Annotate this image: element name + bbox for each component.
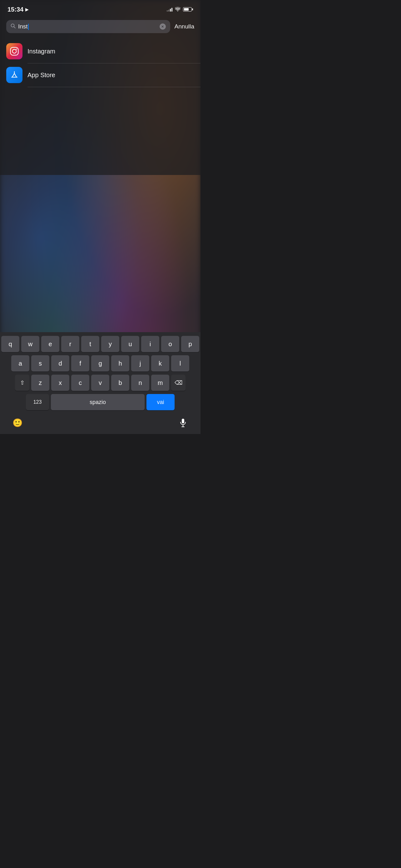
microphone-button[interactable] bbox=[176, 416, 190, 430]
key-f[interactable]: f bbox=[71, 355, 89, 372]
key-b[interactable]: b bbox=[111, 375, 129, 391]
svg-point-3 bbox=[12, 50, 16, 54]
search-query-text: Inst bbox=[18, 23, 28, 30]
key-g[interactable]: g bbox=[91, 355, 109, 372]
key-z[interactable]: z bbox=[31, 375, 49, 391]
svg-line-1 bbox=[14, 27, 15, 28]
status-bar: 15:34 ▶ bbox=[0, 0, 201, 17]
status-right-icons bbox=[167, 7, 193, 12]
key-j[interactable]: j bbox=[131, 355, 149, 372]
signal-bar-1 bbox=[167, 10, 168, 11]
keyboard-row-2: a s d f g h j k l bbox=[1, 355, 199, 372]
text-cursor bbox=[28, 24, 29, 30]
search-input[interactable]: Inst bbox=[18, 23, 157, 30]
key-l[interactable]: l bbox=[171, 355, 189, 372]
key-d[interactable]: d bbox=[51, 355, 69, 372]
key-r[interactable]: r bbox=[61, 336, 79, 352]
clear-search-button[interactable]: ✕ bbox=[160, 24, 166, 30]
svg-line-7 bbox=[14, 73, 16, 77]
list-item[interactable]: App Store bbox=[0, 63, 201, 87]
key-s[interactable]: s bbox=[31, 355, 49, 372]
backspace-key[interactable]: ⌫ bbox=[171, 375, 186, 391]
keyboard: q w e r t y u i o p a s d f g h j k l ⇧ … bbox=[0, 332, 201, 434]
search-magnifier-icon bbox=[11, 24, 15, 30]
svg-rect-2 bbox=[11, 48, 19, 55]
signal-bar-3 bbox=[170, 9, 171, 11]
keyboard-row-1: q w e r t y u i o p bbox=[1, 336, 199, 352]
key-a[interactable]: a bbox=[11, 355, 29, 372]
key-i[interactable]: i bbox=[141, 336, 159, 352]
key-o[interactable]: o bbox=[161, 336, 179, 352]
signal-bar-4 bbox=[171, 8, 172, 11]
key-y[interactable]: y bbox=[101, 336, 119, 352]
instagram-app-icon bbox=[6, 43, 23, 59]
key-p[interactable]: p bbox=[181, 336, 199, 352]
search-area: Inst ✕ Annulla bbox=[0, 17, 201, 38]
key-u[interactable]: u bbox=[121, 336, 139, 352]
svg-line-6 bbox=[12, 73, 14, 77]
appstore-app-icon bbox=[6, 67, 23, 83]
key-m[interactable]: m bbox=[151, 375, 169, 391]
location-arrow-icon: ▶ bbox=[25, 7, 28, 12]
key-n[interactable]: n bbox=[131, 375, 149, 391]
instagram-label: Instagram bbox=[28, 48, 55, 55]
go-key[interactable]: vai bbox=[146, 394, 175, 410]
shift-key[interactable]: ⇧ bbox=[15, 375, 29, 391]
clock: 15:34 bbox=[7, 6, 24, 13]
svg-point-4 bbox=[16, 49, 17, 50]
keyboard-row-3: ⇧ z x c v b n m ⌫ bbox=[1, 375, 199, 391]
cancel-button[interactable]: Annulla bbox=[175, 23, 194, 30]
svg-rect-9 bbox=[182, 419, 184, 423]
keyboard-bottom-row: 123 spazio vai bbox=[1, 394, 199, 410]
key-v[interactable]: v bbox=[91, 375, 109, 391]
emoji-button[interactable]: 🙂 bbox=[11, 416, 24, 430]
key-t[interactable]: t bbox=[81, 336, 99, 352]
key-q[interactable]: q bbox=[1, 336, 20, 352]
battery-icon bbox=[183, 7, 193, 11]
wifi-icon bbox=[175, 7, 180, 12]
search-results-list: Instagram App Store bbox=[0, 39, 201, 87]
numbers-key[interactable]: 123 bbox=[26, 394, 49, 410]
key-c[interactable]: c bbox=[71, 375, 89, 391]
key-h[interactable]: h bbox=[111, 355, 129, 372]
list-item[interactable]: Instagram bbox=[0, 39, 201, 63]
appstore-label: App Store bbox=[28, 71, 55, 79]
status-time: 15:34 ▶ bbox=[7, 6, 28, 13]
key-k[interactable]: k bbox=[151, 355, 169, 372]
keyboard-accessory-bar: 🙂 bbox=[1, 413, 199, 433]
key-w[interactable]: w bbox=[21, 336, 39, 352]
space-key[interactable]: spazio bbox=[51, 394, 144, 410]
search-bar[interactable]: Inst ✕ bbox=[6, 20, 170, 33]
key-e[interactable]: e bbox=[41, 336, 59, 352]
key-x[interactable]: x bbox=[51, 375, 69, 391]
signal-icon bbox=[167, 7, 172, 11]
signal-bar-2 bbox=[168, 10, 169, 11]
